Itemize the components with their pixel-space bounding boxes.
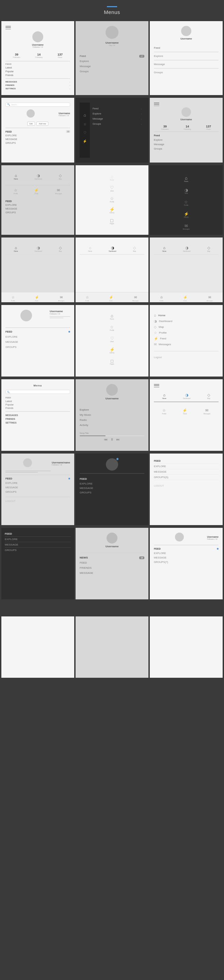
menu-activity[interactable]: Activity (79, 423, 145, 428)
menu-explore[interactable]: EXPLORE (5, 203, 70, 207)
btab-profile[interactable]: ☆ Profile (86, 294, 89, 302)
nav-feed[interactable]: ⚡ Feed (34, 187, 39, 194)
search-bar[interactable]: 🔍 Search... (5, 103, 70, 107)
menu-message[interactable]: MESSAGE (5, 137, 70, 141)
menu-popular[interactable]: Popular (5, 70, 70, 73)
menu-feed[interactable]: Feed 17 (79, 54, 145, 59)
menu-groups[interactable]: Groups › (92, 121, 141, 126)
tab-map[interactable]: ◇ Map (59, 244, 62, 252)
nav-home[interactable]: ⌂ Home (110, 174, 114, 181)
menu-groups[interactable]: Groups (79, 69, 145, 74)
btab-feed[interactable]: ⚡ Feed (35, 294, 39, 302)
menu-settings[interactable]: SETTINGS (5, 421, 70, 425)
menu-explore[interactable]: EXPLORE (79, 482, 145, 486)
tab-home[interactable]: ⌂ Home (88, 244, 92, 252)
tab-dashboard[interactable]: ◑ Dashboard (183, 244, 191, 252)
menu-popular[interactable]: Popular (5, 403, 70, 406)
tab-home[interactable]: ⌂ Home (162, 391, 167, 399)
logout-item[interactable]: LOGOUT (154, 484, 219, 488)
menu-feed[interactable]: FEED (154, 547, 219, 551)
logout-item[interactable]: LOGOUT (5, 498, 70, 504)
nav-home[interactable]: ⌂ Home (184, 175, 188, 182)
menu-feed[interactable]: FEED (154, 458, 219, 464)
nav-activity[interactable]: ⚡ Activity (184, 212, 189, 218)
btab-profile[interactable]: ☆ Profile (11, 294, 15, 302)
heart-icon[interactable]: ♡ (83, 131, 86, 135)
add-new-button[interactable]: Add new (37, 122, 48, 126)
nav-pages[interactable]: ◻ Pages (110, 218, 114, 224)
menu-friends[interactable]: FRIENDS (79, 565, 145, 570)
menu-feed[interactable]: Feed (154, 45, 219, 51)
menu-explore[interactable]: Explore (154, 54, 219, 59)
menu-groups[interactable]: Groups (154, 146, 219, 151)
menu-mymusic[interactable]: My Music (79, 412, 145, 417)
nav-likes[interactable]: ♡ Likes (110, 185, 114, 192)
tab-home[interactable]: ⌂ Home (14, 244, 18, 252)
tab-profile[interactable]: ☆ Profile (162, 407, 167, 415)
menu-messages[interactable]: MESSAGES › (5, 80, 70, 83)
menu-messages[interactable]: MESSAGES (5, 413, 70, 417)
nav-messages[interactable]: ✉ Messages (55, 187, 62, 194)
nav-feed[interactable]: ⚡ Feed (154, 337, 219, 340)
nav-home[interactable]: ⌂ Home (110, 313, 114, 320)
menu-message[interactable]: MESSAGE (154, 555, 219, 560)
tab-map[interactable]: ◇ Map (133, 244, 136, 252)
hamburger-icon[interactable] (5, 26, 11, 29)
tab-map[interactable]: ◇ Map (207, 244, 210, 252)
menu-groups[interactable]: GROUPS(S) (154, 475, 219, 480)
menu-message[interactable]: MESSAGE (5, 339, 70, 345)
home-icon[interactable]: ⌂ (83, 113, 86, 118)
menu-friends[interactable]: Friends (5, 73, 70, 77)
menu-explore[interactable]: EXPLORE (5, 537, 71, 542)
logout-item[interactable]: Logout (154, 351, 219, 360)
menu-explore[interactable]: EXPLORE (5, 481, 70, 485)
hamburger-icon[interactable] (154, 103, 159, 106)
menu-message[interactable]: MESSAGE (79, 570, 145, 576)
tab-map[interactable]: ◇ Map (207, 391, 210, 399)
search-bar[interactable]: 🔍 (5, 390, 70, 394)
nav-activity[interactable]: ⚡ Activity (110, 347, 115, 354)
menu-friends[interactable]: Friends (5, 406, 70, 410)
menu-groups[interactable]: GROUPS (5, 211, 70, 214)
menu-feed[interactable]: Feed (154, 133, 219, 138)
tab-home[interactable]: ⌂ Home (162, 244, 167, 252)
menu-groups[interactable]: Groups (154, 70, 219, 75)
menu-settings[interactable]: SETTINGS › (5, 87, 70, 90)
menu-message[interactable]: MESSAGE (5, 207, 70, 211)
nav-map[interactable]: ◇ Map (59, 172, 62, 180)
menu-latest[interactable]: Latest (5, 66, 70, 70)
bolt-icon[interactable]: ⚡ (83, 139, 87, 143)
menu-message[interactable]: MESSAGE (154, 469, 219, 475)
menu-explore[interactable]: Explore (79, 407, 145, 412)
menu-explore[interactable]: Explore › (92, 111, 141, 116)
pause-button[interactable]: ⏸ (110, 438, 114, 441)
menu-explore[interactable]: EXPLORE (154, 551, 219, 555)
menu-explore[interactable]: EXPLORE (5, 334, 70, 339)
nav-messages[interactable]: ✉ Messages (154, 342, 219, 346)
btab-messages[interactable]: ✉ Messages (207, 294, 213, 302)
nav-profile[interactable]: ☆ Profile (154, 331, 219, 335)
next-button[interactable]: ⏭ (116, 438, 120, 441)
menu-explore[interactable]: Explore (154, 138, 219, 142)
btab-feed[interactable]: ⚡ Feed (183, 294, 187, 302)
btab-messages[interactable]: ✉ Messages (132, 294, 138, 302)
menu-feed[interactable]: FEED (79, 560, 145, 565)
nav-profile[interactable]: ☆ Profile (110, 325, 114, 331)
tab-messages[interactable]: ✉ Messages (203, 407, 211, 415)
menu-explore[interactable]: EXPLORE (5, 134, 70, 137)
menu-groups[interactable]: GROUPS(?) (154, 560, 219, 564)
nav-activity[interactable]: ⚡ Activity (109, 207, 115, 214)
nav-pages[interactable]: ◻ Pages (110, 358, 114, 365)
menu-message[interactable]: MESSAGE (79, 486, 145, 490)
menu-message[interactable]: Message (79, 64, 145, 69)
menu-feed[interactable]: FEED (5, 531, 71, 537)
menu-explore[interactable]: EXPLORE (154, 464, 219, 469)
btab-messages[interactable]: ✉ Messages (58, 294, 64, 302)
menu-latest[interactable]: Latest (5, 399, 70, 403)
menu-groups[interactable]: GROUPS (79, 490, 145, 495)
edit-button[interactable]: Edit (27, 122, 35, 126)
menu-feed[interactable]: FEED (5, 329, 70, 334)
menu-message[interactable]: Message › (92, 116, 141, 121)
nav-home[interactable]: ⌂ Home (154, 313, 219, 317)
menu-radio[interactable]: Radio (79, 417, 145, 423)
